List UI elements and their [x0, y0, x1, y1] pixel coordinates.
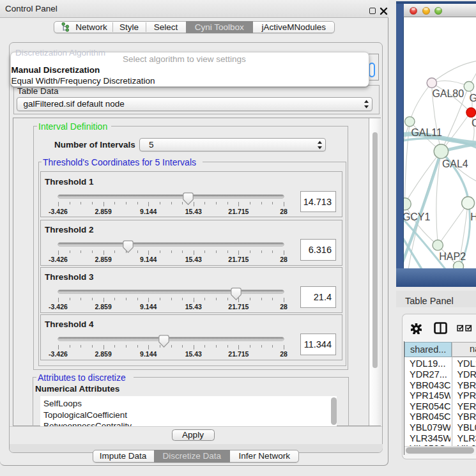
- svg-text:HAP2: HAP2: [439, 251, 466, 262]
- svg-text:H: H: [470, 211, 476, 222]
- svg-text:C: C: [472, 118, 476, 128]
- svg-text:GCY1: GCY1: [404, 211, 431, 222]
- svg-text:GA: GA: [469, 93, 476, 104]
- svg-text:GAL4: GAL4: [441, 158, 468, 169]
- svg-text:GAL11: GAL11: [411, 127, 442, 138]
- svg-text:GAL80: GAL80: [432, 89, 464, 100]
